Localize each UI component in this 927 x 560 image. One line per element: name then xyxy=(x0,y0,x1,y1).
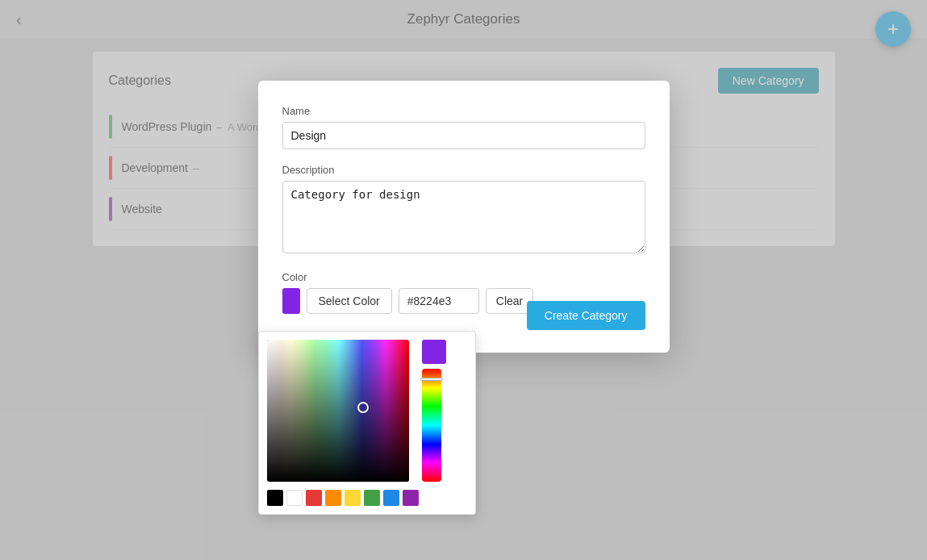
color-swatches-row xyxy=(267,490,467,506)
color-swatch-preview xyxy=(282,288,300,314)
name-label: Name xyxy=(282,105,645,117)
picker-cursor xyxy=(357,402,369,413)
color-swatch[interactable] xyxy=(306,490,322,506)
description-input[interactable]: Category for design xyxy=(282,181,645,253)
color-swatch[interactable] xyxy=(364,490,380,506)
name-group: Name xyxy=(282,105,645,149)
color-swatch[interactable] xyxy=(267,490,283,506)
name-input[interactable] xyxy=(282,122,645,149)
color-swatch[interactable] xyxy=(403,490,419,506)
color-picker-preview xyxy=(422,340,446,364)
color-hex-input[interactable] xyxy=(399,288,479,314)
color-swatch[interactable] xyxy=(325,490,341,506)
hue-slider-area xyxy=(422,340,446,482)
color-picker-popup xyxy=(258,331,476,515)
description-group: Description Category for design xyxy=(282,164,645,257)
create-category-modal: Name Description Category for design Col… xyxy=(258,81,670,353)
create-category-button[interactable]: Create Category xyxy=(527,301,645,330)
modal-overlay: Name Description Category for design Col… xyxy=(0,0,927,560)
color-label: Color xyxy=(282,271,645,283)
description-label: Description xyxy=(282,164,645,176)
select-color-button[interactable]: Select Color xyxy=(307,288,392,314)
hue-slider[interactable] xyxy=(422,369,441,482)
hue-thumb xyxy=(420,378,443,381)
picker-main-area xyxy=(267,340,467,482)
color-swatch[interactable] xyxy=(344,490,361,506)
color-swatch[interactable] xyxy=(286,490,303,506)
gradient-black-layer xyxy=(267,340,409,482)
color-gradient-canvas[interactable] xyxy=(267,340,409,482)
color-swatch[interactable] xyxy=(383,490,399,506)
